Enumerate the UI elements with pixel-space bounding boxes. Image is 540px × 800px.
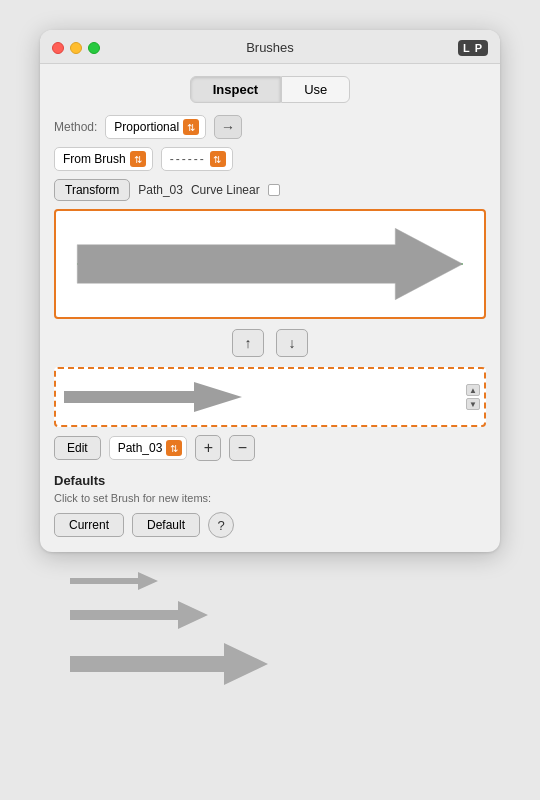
arrow-right-button[interactable]: → <box>214 115 242 139</box>
scroll-down-button[interactable]: ▼ <box>466 398 480 410</box>
preview-svg <box>56 211 484 317</box>
bottom-arrow-medium <box>70 598 210 632</box>
brush-list-scrollbar: ▲ ▼ <box>466 371 482 423</box>
brush-list-area[interactable]: ▲ ▼ <box>54 367 486 427</box>
brush-list-arrow-svg <box>64 377 244 417</box>
curve-linear-checkbox[interactable] <box>268 184 280 196</box>
dashes-value: ------ <box>170 152 206 166</box>
from-brush-value: From Brush <box>63 152 126 166</box>
current-button[interactable]: Current <box>54 513 124 537</box>
default-button[interactable]: Default <box>132 513 200 537</box>
svg-marker-1 <box>77 228 462 299</box>
lp-badge[interactable]: L P <box>458 40 488 56</box>
dashes-select[interactable]: ------ ⇅ <box>161 147 233 171</box>
path-select-value: Path_03 <box>118 441 163 455</box>
method-select[interactable]: Proportional ⇅ <box>105 115 206 139</box>
tab-inspect[interactable]: Inspect <box>190 76 282 103</box>
bottom-arrows-area <box>70 570 530 690</box>
add-brush-button[interactable]: + <box>195 435 221 461</box>
scroll-up-button[interactable]: ▲ <box>466 384 480 396</box>
method-label: Method: <box>54 120 97 134</box>
path-select-arrow: ⇅ <box>166 440 182 456</box>
minimize-button[interactable] <box>70 42 82 54</box>
title-bar: Brushes L P <box>40 30 500 64</box>
remove-brush-button[interactable]: − <box>229 435 255 461</box>
method-row: Method: Proportional ⇅ → <box>54 115 486 139</box>
svg-marker-4 <box>70 601 208 629</box>
path-label: Path_03 <box>138 183 183 197</box>
from-brush-select-arrow: ⇅ <box>130 151 146 167</box>
bottom-arrow-small <box>70 570 160 592</box>
dashes-select-arrow: ⇅ <box>210 151 226 167</box>
from-brush-row: From Brush ⇅ ------ ⇅ <box>54 147 486 171</box>
transform-button[interactable]: Transform <box>54 179 130 201</box>
svg-marker-3 <box>70 572 158 590</box>
svg-marker-5 <box>70 643 268 685</box>
edit-button[interactable]: Edit <box>54 436 101 460</box>
preview-area <box>54 209 486 319</box>
defaults-description: Click to set Brush for new items: <box>54 492 486 504</box>
edit-row: Edit Path_03 ⇅ + − <box>54 435 486 461</box>
brushes-window: Brushes L P Inspect Use Method: Proporti… <box>40 30 500 552</box>
method-value: Proportional <box>114 120 179 134</box>
defaults-buttons: Current Default ? <box>54 512 486 538</box>
traffic-lights <box>52 42 100 54</box>
defaults-title: Defaults <box>54 473 486 488</box>
path-select[interactable]: Path_03 ⇅ <box>109 436 188 460</box>
tab-bar: Inspect Use <box>54 76 486 103</box>
maximize-button[interactable] <box>88 42 100 54</box>
updown-row: ↑ ↓ <box>54 329 486 357</box>
bottom-arrow-large <box>70 638 270 690</box>
close-button[interactable] <box>52 42 64 54</box>
method-select-arrow: ⇅ <box>183 119 199 135</box>
move-down-button[interactable]: ↓ <box>276 329 308 357</box>
tab-use[interactable]: Use <box>281 76 350 103</box>
defaults-section: Defaults Click to set Brush for new item… <box>54 473 486 538</box>
curve-linear-label: Curve Linear <box>191 183 260 197</box>
svg-marker-2 <box>64 382 242 412</box>
from-brush-select[interactable]: From Brush ⇅ <box>54 147 153 171</box>
window-title: Brushes <box>246 40 294 55</box>
help-button[interactable]: ? <box>208 512 234 538</box>
content-area: Inspect Use Method: Proportional ⇅ → Fro… <box>40 64 500 552</box>
path-row: Transform Path_03 Curve Linear <box>54 179 486 201</box>
move-up-button[interactable]: ↑ <box>232 329 264 357</box>
